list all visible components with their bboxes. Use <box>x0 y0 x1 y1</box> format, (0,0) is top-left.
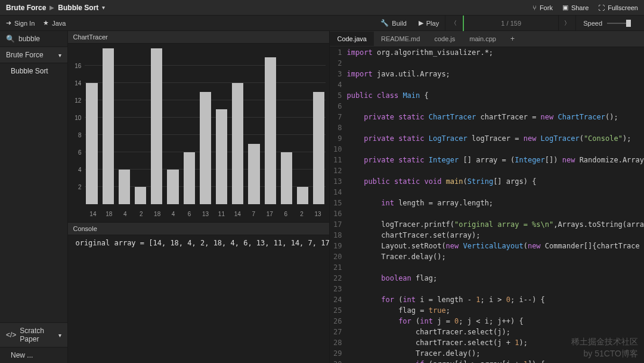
chart-title: ChartTracer <box>68 31 329 44</box>
line-number: 14 <box>330 187 346 198</box>
code-line[interactable]: 8 <box>330 122 644 133</box>
share-button[interactable]: ▣Share <box>562 4 589 11</box>
code-editor[interactable]: 1import org.algorithm_visualizer.*;23imp… <box>330 47 644 363</box>
code-line[interactable]: 10 <box>330 144 644 155</box>
code-line[interactable]: 1import org.algorithm_visualizer.*; <box>330 47 644 58</box>
code-line[interactable]: 5public class Main { <box>330 90 644 101</box>
y-tick: 2 <box>78 184 82 190</box>
next-step-button[interactable]: 〉 <box>558 16 576 31</box>
bar <box>135 187 146 204</box>
tab-code-java[interactable]: Code.java <box>330 32 374 46</box>
code-line[interactable]: 25 flag = true; <box>330 305 644 316</box>
toolbar: ➜Sign In ★Java 🔧Build ▶Play 〈 1 / 159 〉 … <box>0 16 644 31</box>
code-line[interactable]: 12 <box>330 165 644 176</box>
caret-down-icon: ▾ <box>58 332 61 339</box>
x-tick: 18 <box>149 211 165 217</box>
fork-button[interactable]: ⑂Fork <box>532 4 553 11</box>
code-line[interactable]: 2 <box>330 58 644 69</box>
tab-readme-md[interactable]: README.md <box>374 32 427 46</box>
breadcrumb-algorithm[interactable]: Bubble Sort <box>58 4 98 12</box>
code-line[interactable]: 21 <box>330 262 644 273</box>
x-tick: 4 <box>165 211 181 217</box>
x-tick: 18 <box>101 211 117 217</box>
code-line[interactable]: 22 boolean flag; <box>330 273 644 284</box>
line-number: 22 <box>330 273 346 284</box>
fullscreen-button[interactable]: ⛶Fullscreen <box>598 4 638 11</box>
chevron-left-icon: 〈 <box>451 19 457 27</box>
search-input[interactable] <box>18 35 61 43</box>
prev-step-button[interactable]: 〈 <box>445 16 463 31</box>
line-number: 18 <box>330 230 346 241</box>
console-line: original array = [14, 18, 4, 2, 18, 4, 6… <box>68 235 329 251</box>
code-line[interactable]: 24 for (int i = length - 1; i > 0; i--) … <box>330 294 644 305</box>
line-number: 19 <box>330 241 346 251</box>
code-line[interactable]: 13 public static void main(String[] args… <box>330 176 644 187</box>
code-line[interactable]: 27 chartTracer.select(j); <box>330 327 644 337</box>
y-tick: 16 <box>75 63 81 69</box>
tab-code-js[interactable]: code.js <box>427 32 462 46</box>
new-scratch-button[interactable]: New ... <box>0 347 67 363</box>
code-line[interactable]: 4 <box>330 79 644 90</box>
sidebar: 🔍 Brute Force ▾ Bubble Sort </>Scratch P… <box>0 31 68 363</box>
line-number: 12 <box>330 165 346 176</box>
code-line[interactable]: 18 chartTracer.set(array); <box>330 230 644 241</box>
code-line[interactable]: 11 private static Integer [] array = (In… <box>330 155 644 165</box>
editor-tabs: Code.javaREADME.mdcode.jsmain.cpp+ <box>330 31 644 47</box>
code-line[interactable]: 9 private static LogTracer logTracer = n… <box>330 133 644 144</box>
code-line[interactable]: 14 <box>330 187 644 198</box>
progress-indicator[interactable]: 1 / 159 <box>463 16 558 31</box>
signin-icon: ➜ <box>6 19 11 27</box>
breadcrumb-category[interactable]: Brute Force <box>6 4 46 12</box>
code-line[interactable]: 7 private static ChartTracer chartTracer… <box>330 112 644 122</box>
code-line[interactable]: 23 <box>330 284 644 294</box>
build-button[interactable]: 🔧Build <box>374 16 412 31</box>
code-icon: </> <box>6 331 16 339</box>
x-tick: 13 <box>197 211 213 217</box>
code-line[interactable]: 15 int length = array.length; <box>330 198 644 208</box>
scratch-paper-header[interactable]: </>Scratch Paper ▾ <box>0 322 67 347</box>
code-line[interactable]: 16 <box>330 208 644 219</box>
line-number: 21 <box>330 262 346 273</box>
bar <box>151 48 162 204</box>
code-line[interactable]: 6 <box>330 101 644 112</box>
category-header[interactable]: Brute Force ▾ <box>0 47 67 63</box>
bar <box>265 57 276 205</box>
x-tick: 11 <box>213 211 230 217</box>
line-number: 27 <box>330 327 346 337</box>
y-tick: 6 <box>78 149 82 156</box>
add-tab-button[interactable]: + <box>503 31 522 47</box>
play-button[interactable]: ▶Play <box>413 16 445 31</box>
code-line[interactable]: 19 Layout.setRoot(new VerticalLayout(new… <box>330 241 644 251</box>
line-number: 30 <box>330 359 346 363</box>
console-title: Console <box>68 223 329 235</box>
slider-knob[interactable] <box>626 20 631 27</box>
wrench-icon: 🔧 <box>380 19 389 27</box>
code-line[interactable]: 29 Tracer.delay(); <box>330 348 644 359</box>
console-output: original array = [14, 18, 4, 2, 18, 4, 6… <box>68 235 329 363</box>
code-line[interactable]: 20 Tracer.delay(); <box>330 251 644 262</box>
bar <box>103 48 114 204</box>
sidebar-item-bubblesort[interactable]: Bubble Sort <box>0 63 67 79</box>
line-number: 24 <box>330 294 346 305</box>
language-selector[interactable]: ★Java <box>43 19 66 27</box>
y-tick: 10 <box>75 115 81 121</box>
caret-down-icon[interactable]: ▾ <box>102 4 105 11</box>
speed-slider[interactable] <box>607 23 631 24</box>
line-number: 20 <box>330 251 346 262</box>
x-tick: 7 <box>246 211 262 217</box>
code-line[interactable]: 28 chartTracer.select(j + 1); <box>330 337 644 348</box>
code-line[interactable]: 17 logTracer.printf("original array = %s… <box>330 219 644 230</box>
line-number: 8 <box>330 122 346 133</box>
tab-main-cpp[interactable]: main.cpp <box>462 32 503 46</box>
fork-icon: ⑂ <box>532 4 537 11</box>
bar-container <box>85 48 326 204</box>
line-number: 16 <box>330 208 346 219</box>
bar <box>232 83 243 204</box>
code-line[interactable]: 3import java.util.Arrays; <box>330 69 644 79</box>
code-line[interactable]: 26 for (int j = 0; j < i; j++) { <box>330 316 644 327</box>
line-number: 17 <box>330 219 346 230</box>
header-bar: Brute Force ▶ Bubble Sort ▾ ⑂Fork ▣Share… <box>0 0 644 16</box>
code-line[interactable]: 30 if (array[j] > array[j + 1]) { <box>330 359 644 363</box>
signin-button[interactable]: ➜Sign In <box>6 19 35 27</box>
bar <box>281 152 292 204</box>
